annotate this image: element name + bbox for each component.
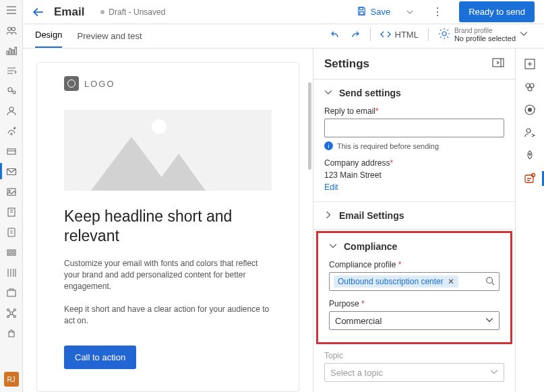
rail-icon-1[interactable]	[5, 24, 18, 36]
svg-line-36	[13, 311, 14, 312]
rail-icon-6[interactable]	[5, 125, 18, 137]
search-icon[interactable]	[485, 276, 495, 288]
edit-address-link[interactable]: Edit	[324, 183, 504, 192]
chip-remove-icon[interactable]: ✕	[448, 277, 454, 286]
draft-dot-icon	[100, 10, 104, 14]
user-badge[interactable]: RJ	[4, 372, 19, 387]
chevron-down-icon	[324, 88, 332, 98]
svg-point-3	[7, 28, 11, 31]
rail-icon-15[interactable]	[5, 307, 18, 319]
email-body-2: Keep it short and have a clear action fo…	[64, 304, 272, 327]
hamburger-icon[interactable]	[5, 4, 18, 16]
brand-profile-selector[interactable]: Brand profileNo profile selected	[438, 27, 532, 42]
ready-to-send-button[interactable]: Ready to send	[459, 1, 535, 22]
scrollbar[interactable]	[308, 82, 311, 170]
svg-rect-29	[7, 290, 16, 296]
save-dropdown[interactable]	[404, 8, 416, 18]
tab-design[interactable]: Design	[35, 30, 62, 48]
svg-point-10	[13, 91, 16, 94]
add-element-icon[interactable]	[524, 58, 536, 70]
rail-icon-2[interactable]	[5, 44, 18, 57]
save-button[interactable]: Save	[353, 3, 395, 21]
cta-button[interactable]: Call to action	[64, 346, 136, 369]
svg-line-35	[9, 311, 10, 312]
rail-icon-11[interactable]	[5, 226, 18, 238]
gear-icon	[438, 28, 450, 42]
svg-line-37	[9, 315, 10, 316]
settings-panel: Settings Send settings Reply to email* i…	[313, 48, 515, 392]
target-icon[interactable]	[524, 104, 536, 116]
svg-point-13	[10, 133, 11, 135]
left-rail: RJ	[0, 0, 23, 392]
compliance-highlight: Compliance Compliance profile * Outbound…	[316, 231, 512, 344]
rocket-icon[interactable]	[524, 150, 536, 162]
svg-point-57	[528, 154, 531, 156]
rail-icon-email[interactable]	[5, 166, 18, 178]
right-tool-rail	[515, 48, 543, 392]
svg-line-46	[492, 282, 495, 285]
layers-icon[interactable]	[524, 81, 536, 93]
save-icon	[357, 6, 367, 18]
rail-icon-12[interactable]	[5, 247, 18, 259]
svg-rect-24	[12, 251, 14, 254]
rail-icon-7[interactable]	[5, 145, 18, 158]
rail-icon-13[interactable]	[5, 267, 18, 279]
svg-line-38	[13, 315, 14, 316]
svg-rect-41	[359, 11, 363, 15]
compliance-header[interactable]: Compliance	[318, 233, 510, 260]
tab-preview[interactable]: Preview and test	[77, 31, 142, 48]
svg-point-52	[528, 87, 532, 91]
svg-rect-6	[9, 48, 11, 55]
email-canvas: LOGO Keep headline short and relevant Cu…	[23, 48, 313, 392]
email-preview[interactable]: LOGO Keep headline short and relevant Cu…	[36, 62, 299, 392]
email-headline: Keep headline short and relevant	[64, 207, 272, 246]
topic-label: Topic	[324, 351, 504, 360]
logo-icon	[64, 76, 79, 91]
email-settings-header[interactable]: Email Settings	[313, 202, 515, 229]
reply-to-input[interactable]	[324, 119, 504, 137]
rail-icon-5[interactable]	[5, 105, 18, 117]
chevron-down-icon	[520, 30, 528, 40]
rail-icon-16[interactable]	[5, 327, 18, 339]
rail-icon-4[interactable]	[5, 85, 18, 97]
more-menu-button[interactable]: ⋮	[425, 5, 450, 18]
ribbon: Design Preview and test HTML Brand profi…	[23, 24, 544, 48]
info-icon: i	[324, 141, 333, 150]
undo-button[interactable]	[330, 29, 340, 40]
chevron-down-icon	[490, 368, 498, 378]
svg-point-42	[442, 32, 446, 36]
insights-icon[interactable]	[524, 172, 536, 185]
svg-point-4	[11, 28, 15, 31]
chevron-right-icon	[324, 210, 332, 221]
logo-block: LOGO	[64, 76, 272, 91]
dock-icon[interactable]	[492, 58, 504, 69]
compliance-profile-chip: Outbound subscription center✕	[334, 275, 458, 288]
svg-point-54	[528, 108, 532, 112]
svg-point-56	[526, 129, 531, 133]
topic-select: Select a topic	[324, 363, 504, 382]
rail-icon-10[interactable]	[5, 206, 18, 218]
html-button[interactable]: HTML	[380, 29, 419, 40]
personalize-icon[interactable]	[524, 127, 536, 139]
compliance-profile-label: Compliance profile	[329, 260, 396, 269]
svg-point-12	[9, 107, 13, 111]
send-settings-header[interactable]: Send settings	[313, 79, 515, 106]
back-button[interactable]	[32, 6, 44, 18]
compliance-profile-combo[interactable]: Outbound subscription center✕	[329, 272, 500, 291]
purpose-select[interactable]: Commercial	[329, 311, 500, 330]
redo-button[interactable]	[350, 29, 361, 40]
top-bar: Email Draft - Unsaved Save ⋮ Ready to se…	[23, 0, 544, 24]
reply-to-info: iThis is required before sending	[324, 141, 504, 150]
section-send-settings: Send settings Reply to email* iThis is r…	[313, 79, 515, 202]
svg-marker-55	[534, 108, 536, 109]
rail-icon-9[interactable]	[5, 186, 18, 198]
reply-to-label: Reply to email	[324, 106, 375, 116]
svg-line-11	[11, 91, 13, 92]
panel-title: Settings	[324, 57, 369, 71]
rail-icon-3[interactable]	[5, 65, 18, 77]
svg-rect-23	[9, 251, 11, 254]
rail-icon-14[interactable]	[5, 287, 18, 299]
svg-rect-14	[7, 149, 16, 154]
page-title: Email	[54, 5, 84, 19]
svg-point-30	[10, 312, 13, 315]
